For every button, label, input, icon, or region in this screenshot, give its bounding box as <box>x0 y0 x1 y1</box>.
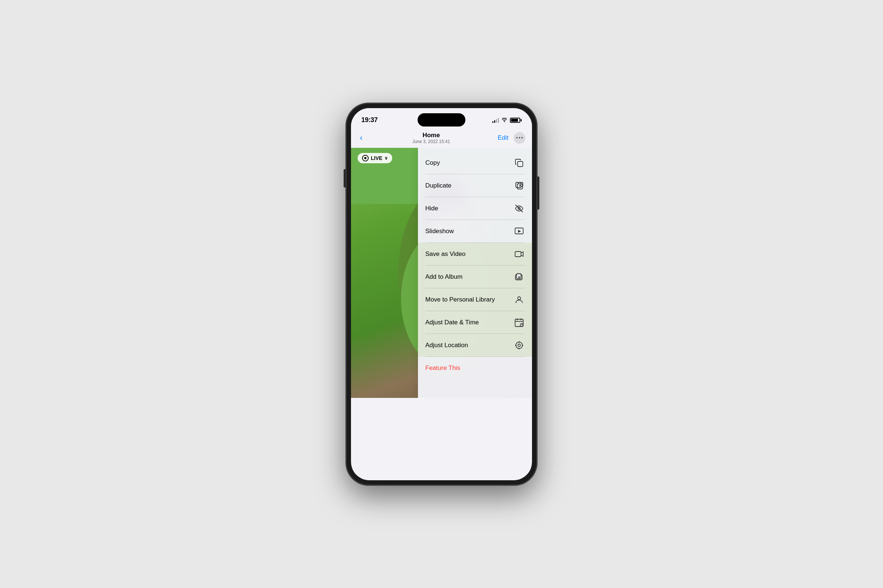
menu-item-add-album[interactable]: Add to Album <box>418 266 532 288</box>
menu-items-list: Copy Duplicate <box>418 148 532 380</box>
dynamic-island <box>417 113 466 126</box>
phone-frame: 19:37 <box>346 103 537 485</box>
menu-item-adjust-date[interactable]: Adjust Date & Time <box>418 311 532 334</box>
svg-marker-24 <box>518 230 521 233</box>
signal-icon <box>492 118 499 123</box>
person-icon <box>514 294 525 305</box>
wifi-icon <box>502 117 508 123</box>
back-button[interactable]: ‹ <box>357 131 365 145</box>
nav-title: Home <box>413 132 451 139</box>
duplicate-icon <box>514 180 525 191</box>
svg-point-38 <box>516 342 523 349</box>
svg-point-2 <box>521 137 523 139</box>
context-menu: Copy Duplicate <box>418 148 532 398</box>
menu-item-personal-library[interactable]: Move to Personal Library <box>418 288 532 311</box>
svg-point-0 <box>516 137 518 139</box>
more-button[interactable] <box>514 132 526 144</box>
svg-rect-25 <box>515 252 521 256</box>
live-label: LIVE <box>371 155 382 161</box>
copy-icon <box>514 158 525 168</box>
menu-item-adjust-location[interactable]: Adjust Location <box>418 334 532 357</box>
svg-point-30 <box>518 297 521 300</box>
nav-subtitle: June 3, 2022 15:41 <box>413 139 451 144</box>
slideshow-icon <box>514 226 525 237</box>
menu-item-save-video[interactable]: Save as Video <box>418 243 532 266</box>
menu-item-copy[interactable]: Copy <box>418 152 532 174</box>
add-album-icon <box>514 272 525 282</box>
live-chevron: ∨ <box>384 156 388 161</box>
menu-item-hide[interactable]: Hide <box>418 197 532 220</box>
hide-icon <box>514 203 525 214</box>
menu-item-slideshow[interactable]: Slideshow <box>418 220 532 243</box>
svg-rect-15 <box>518 161 523 166</box>
status-time: 19:37 <box>361 116 378 124</box>
photo-area: LIVE ∨ Copy <box>351 148 532 398</box>
menu-item-duplicate[interactable]: Duplicate <box>418 174 532 197</box>
nav-center: Home June 3, 2022 15:41 <box>413 132 451 144</box>
menu-item-feature[interactable]: Feature This <box>418 357 532 380</box>
video-icon <box>514 249 525 260</box>
edit-button[interactable]: Edit <box>498 134 509 142</box>
live-target-icon <box>362 155 369 161</box>
svg-point-39 <box>518 344 521 346</box>
phone-screen: 19:37 <box>351 108 532 480</box>
svg-point-1 <box>519 137 520 139</box>
calendar-icon <box>514 317 525 328</box>
power-button[interactable] <box>537 177 539 210</box>
nav-bar: ‹ Home June 3, 2022 15:41 Edit <box>351 128 532 148</box>
status-icons <box>492 117 522 123</box>
nav-right: Edit <box>498 132 526 144</box>
battery-icon <box>510 118 522 123</box>
live-badge[interactable]: LIVE ∨ <box>357 153 392 163</box>
svg-rect-27 <box>517 274 521 279</box>
location-icon <box>514 340 525 351</box>
